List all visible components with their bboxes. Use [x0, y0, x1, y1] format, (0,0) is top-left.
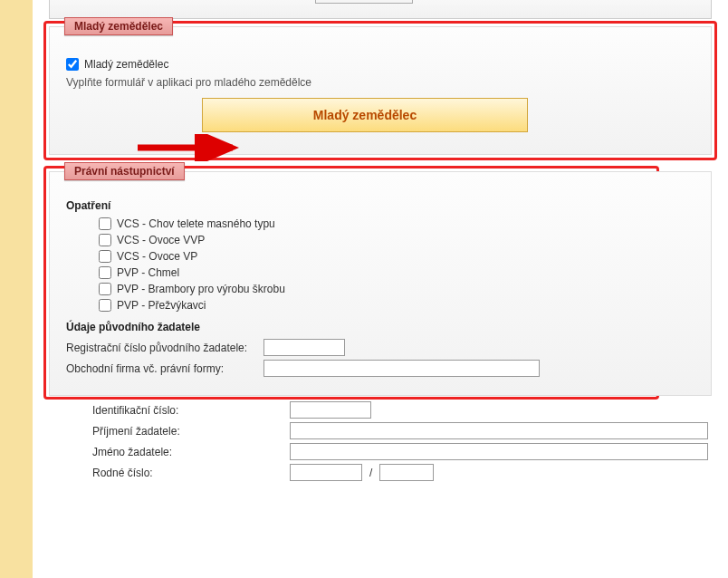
jmeno-row: Jméno žadatele:	[53, 443, 708, 460]
opatreni-label: PVP - Přežvýkavci	[117, 299, 206, 312]
firma-input[interactable]	[263, 360, 540, 377]
opatreni-row: VCS - Ovoce VP	[66, 250, 689, 263]
opatreni-label: PVP - Chmel	[117, 266, 179, 279]
opatreni-checkbox[interactable]	[99, 283, 111, 295]
firma-row: Obchodní firma vč. právní formy:	[66, 360, 689, 377]
firma-label: Obchodní firma vč. právní formy:	[66, 362, 256, 375]
pravni-nastupnictvi-section: Právní nástupnictví Opatření VCS - Chov …	[49, 171, 712, 396]
opatreni-row: PVP - Přežvýkavci	[66, 299, 689, 312]
reg-cislo-row: Registrační číslo původního žadatele:	[66, 339, 689, 356]
mlady-checkbox-label: Mladý zemědělec	[84, 58, 168, 71]
opatreni-label: PVP - Brambory pro výrobu škrobu	[117, 283, 285, 295]
pravni-fieldset: Právní nástupnictví Opatření VCS - Chov …	[49, 171, 712, 396]
seznam-objektu-button[interactable]: Seznam objektů	[315, 0, 413, 4]
id-cislo-label: Identifikační číslo:	[53, 404, 283, 417]
id-cislo-input[interactable]	[290, 401, 371, 419]
prijmeni-label: Příjmení žadatele:	[53, 425, 283, 438]
opatreni-checkbox[interactable]	[99, 250, 111, 263]
jmeno-input[interactable]	[290, 443, 708, 460]
opatreni-checkbox[interactable]	[99, 299, 111, 312]
prijmeni-row: Příjmení žadatele:	[53, 422, 708, 439]
id-cislo-row: Identifikační číslo:	[53, 401, 708, 419]
opatreni-row: PVP - Brambory pro výrobu škrobu	[66, 283, 689, 295]
reg-cislo-input[interactable]	[263, 339, 345, 356]
opatreni-row: VCS - Ovoce VVP	[66, 234, 689, 246]
prijmeni-input[interactable]	[290, 422, 708, 439]
rodne-cislo-sep: /	[369, 467, 372, 479]
opatreni-checkbox[interactable]	[99, 217, 111, 230]
mlady-checkbox-row: Mladý zemědělec	[66, 58, 694, 71]
mlady-legend: Mladý zemědělec	[64, 17, 173, 35]
opatreni-checkbox[interactable]	[99, 266, 111, 279]
jmeno-label: Jméno žadatele:	[53, 446, 283, 458]
mlady-zemedelec-section: Mladý zemědělec Mladý zemědělec Vyplňte …	[49, 26, 712, 155]
mlady-zemedelec-button[interactable]: Mladý zemědělec	[202, 98, 528, 132]
opatreni-row: PVP - Chmel	[66, 266, 689, 279]
top-panel: Zvětšení plochy pro odstavená selata Sez…	[49, 0, 712, 19]
rodne-cislo-row: Rodné číslo: /	[53, 464, 708, 481]
opatreni-label: VCS - Ovoce VVP	[117, 234, 205, 246]
reg-cislo-label: Registrační číslo původního žadatele:	[66, 342, 256, 354]
applicant-fields: Identifikační číslo: Příjmení žadatele: …	[33, 401, 728, 481]
mlady-hint: Vyplňte formulář v aplikaci pro mladého …	[66, 76, 694, 89]
left-sidebar-accent	[0, 0, 33, 578]
opatreni-label: VCS - Chov telete masného typu	[117, 217, 275, 230]
rodne-cislo-a-input[interactable]	[290, 464, 362, 481]
opatreni-checkbox[interactable]	[99, 234, 111, 246]
arrow-icon	[133, 134, 251, 161]
mlady-fieldset: Mladý zemědělec Mladý zemědělec Vyplňte …	[49, 26, 712, 155]
opatreni-label: VCS - Ovoce VP	[117, 250, 197, 263]
udaje-header: Údaje původního žadatele	[66, 321, 689, 333]
rodne-cislo-b-input[interactable]	[379, 464, 434, 481]
rodne-cislo-label: Rodné číslo:	[53, 467, 283, 479]
pravni-legend: Právní nástupnictví	[64, 162, 185, 180]
top-row: Zvětšení plochy pro odstavená selata Sez…	[66, 0, 694, 9]
opatreni-header: Opatření	[66, 199, 689, 212]
main-content: Zvětšení plochy pro odstavená selata Sez…	[33, 0, 728, 485]
opatreni-row: VCS - Chov telete masného typu	[66, 217, 689, 230]
mlady-checkbox[interactable]	[66, 58, 79, 71]
